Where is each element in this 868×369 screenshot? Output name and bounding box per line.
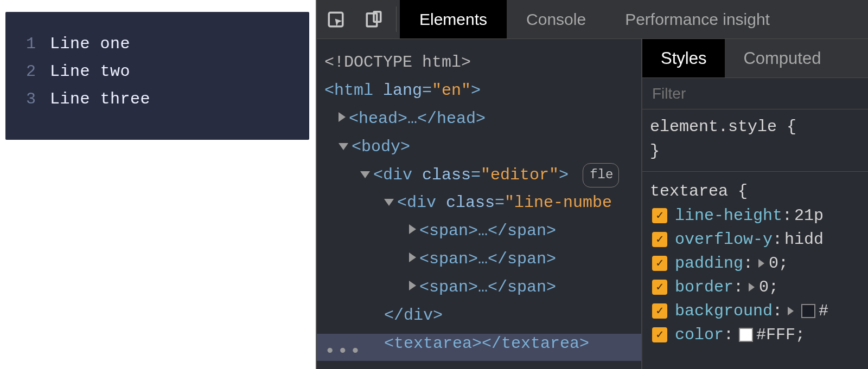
- selector-text: element.style {: [650, 115, 868, 139]
- property-value[interactable]: 0;: [759, 275, 778, 300]
- colon: :: [773, 228, 784, 252]
- styles-rules: element.style { } textarea { line-height…: [642, 109, 868, 369]
- devtools-pane: Elements Console Performance insight <!D…: [316, 0, 868, 369]
- expand-icon[interactable]: [409, 224, 416, 234]
- property-enabled-checkbox[interactable]: [652, 327, 667, 342]
- colon: :: [743, 251, 755, 276]
- dom-node-body[interactable]: <body>: [324, 133, 641, 161]
- property-name[interactable]: background: [675, 299, 773, 323]
- tab-elements[interactable]: Elements: [400, 0, 507, 38]
- property-value[interactable]: #: [819, 299, 828, 323]
- svg-rect-1: [367, 13, 376, 26]
- property-name[interactable]: overflow-y: [675, 228, 773, 252]
- line-number: 3: [5, 90, 50, 108]
- tab-styles[interactable]: Styles: [642, 39, 725, 77]
- rule-element-style[interactable]: element.style { }: [650, 115, 868, 164]
- property-enabled-checkbox[interactable]: [652, 208, 667, 223]
- tab-computed[interactable]: Computed: [725, 39, 839, 77]
- styles-filter-input[interactable]: [652, 85, 868, 102]
- color-swatch[interactable]: [739, 328, 753, 342]
- tabstrip-separator: [396, 7, 397, 32]
- line-number: 1: [5, 35, 50, 53]
- line-number: 2: [5, 62, 50, 81]
- dom-node-html[interactable]: <html lang="en">: [324, 77, 641, 105]
- expand-shorthand-icon[interactable]: [758, 259, 764, 268]
- tab-performance-insights[interactable]: Performance insight: [605, 0, 789, 38]
- expand-shorthand-icon[interactable]: [788, 307, 794, 315]
- line-text: Line one: [50, 35, 130, 53]
- dom-node-div-close[interactable]: </div>: [324, 302, 641, 330]
- line-text: Line three: [50, 90, 150, 108]
- line-text: Line two: [50, 62, 130, 81]
- dom-node-span[interactable]: <span>…</span>: [324, 245, 641, 274]
- colon: :: [782, 204, 794, 228]
- expand-icon[interactable]: [409, 281, 416, 290]
- css-property-row[interactable]: border: 0;: [650, 275, 868, 299]
- expand-icon[interactable]: [409, 253, 416, 262]
- property-value[interactable]: 21p: [794, 204, 824, 228]
- page-left: 1Line one2Line two3Line three: [0, 0, 316, 369]
- rule-separator: [642, 171, 868, 172]
- dom-node-textarea[interactable]: <textarea></textarea>: [324, 330, 641, 358]
- color-swatch[interactable]: [801, 304, 815, 318]
- property-name[interactable]: line-height: [675, 204, 782, 228]
- expand-shorthand-icon[interactable]: [749, 283, 755, 292]
- colon: :: [724, 323, 736, 347]
- property-name[interactable]: color: [675, 323, 724, 347]
- css-property-row[interactable]: overflow-y: hidd: [650, 228, 868, 251]
- flex-badge[interactable]: fle: [583, 163, 619, 188]
- editor-lines: 1Line one2Line two3Line three: [5, 35, 309, 118]
- property-enabled-checkbox[interactable]: [652, 303, 667, 319]
- dom-node-div-editor[interactable]: <div class="editor"> fle: [324, 161, 641, 190]
- collapse-icon[interactable]: [384, 199, 394, 206]
- dom-node-span[interactable]: <span>…</span>: [324, 217, 641, 245]
- editor-line[interactable]: 1Line one: [5, 35, 309, 62]
- css-property-row[interactable]: line-height: 21p: [650, 204, 868, 228]
- inspect-icon[interactable]: [317, 0, 355, 38]
- css-property-row[interactable]: background: #: [650, 299, 868, 323]
- collapse-icon[interactable]: [339, 143, 348, 150]
- tab-console[interactable]: Console: [507, 0, 605, 38]
- property-enabled-checkbox[interactable]: [652, 232, 667, 247]
- dom-node-head[interactable]: <head>…</head>: [324, 105, 641, 133]
- dom-node-doctype[interactable]: <!DOCTYPE html>: [324, 49, 641, 77]
- editor-line[interactable]: 3Line three: [5, 90, 309, 118]
- styles-tabstrip: Styles Computed: [642, 39, 868, 78]
- property-enabled-checkbox[interactable]: [652, 280, 667, 295]
- more-icon[interactable]: •••: [324, 336, 362, 368]
- devtools-main: <!DOCTYPE html> <html lang="en"> <head>……: [317, 39, 868, 369]
- editor-preview: 1Line one2Line two3Line three: [5, 12, 309, 140]
- property-name[interactable]: border: [675, 275, 733, 300]
- dom-tree-panel[interactable]: <!DOCTYPE html> <html lang="en"> <head>……: [317, 39, 642, 369]
- colon: :: [733, 275, 745, 300]
- property-enabled-checkbox[interactable]: [652, 256, 667, 271]
- brace-close: }: [650, 139, 868, 164]
- css-property-row[interactable]: color: #FFF;: [650, 323, 868, 347]
- collapse-icon[interactable]: [360, 171, 370, 178]
- selector-text: textarea {: [650, 179, 868, 204]
- property-name[interactable]: padding: [675, 251, 743, 276]
- rule-textarea[interactable]: textarea { line-height: 21poverflow-y: h…: [650, 179, 868, 347]
- devtools-tabstrip: Elements Console Performance insight: [317, 0, 868, 39]
- device-toggle-icon[interactable]: [355, 0, 393, 38]
- property-value[interactable]: hidd: [784, 228, 824, 252]
- styles-filter-row: [642, 78, 868, 109]
- styles-panel: Styles Computed element.style { } textar…: [642, 39, 868, 369]
- colon: :: [773, 299, 784, 323]
- property-value[interactable]: #FFF;: [756, 323, 805, 347]
- property-value[interactable]: 0;: [769, 251, 788, 276]
- css-property-row[interactable]: padding: 0;: [650, 251, 868, 275]
- dom-node-div-line-numbers[interactable]: <div class="line-numbe: [324, 189, 641, 217]
- expand-icon[interactable]: [339, 112, 346, 122]
- editor-line[interactable]: 2Line two: [5, 62, 309, 90]
- dom-node-span[interactable]: <span>…</span>: [324, 274, 641, 302]
